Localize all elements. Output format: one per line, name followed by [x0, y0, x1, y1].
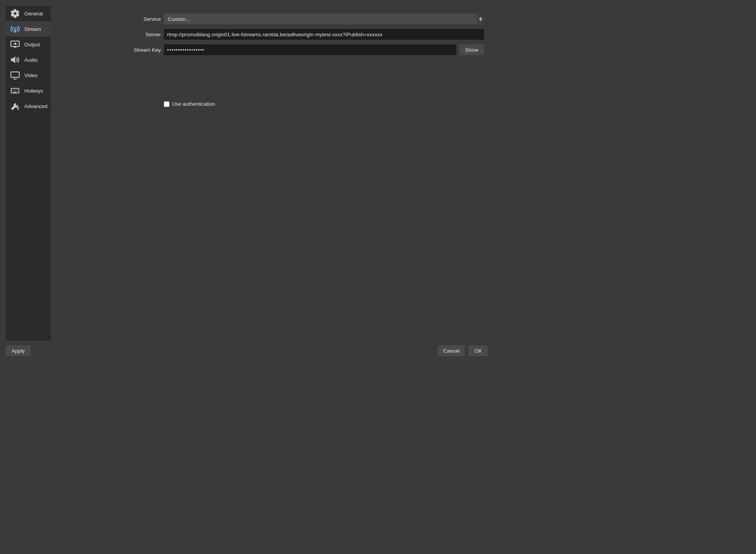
gear-icon: [10, 8, 20, 19]
monitor-icon: [10, 70, 20, 81]
show-button[interactable]: Show: [459, 44, 484, 55]
sidebar-item-video[interactable]: Video: [6, 68, 51, 83]
server-label: Server: [51, 32, 161, 37]
streamkey-input[interactable]: [164, 44, 456, 55]
dialog-footer: Apply Cancel OK: [0, 341, 494, 362]
server-input[interactable]: [164, 29, 484, 40]
service-select[interactable]: Custom...: [164, 14, 484, 24]
sidebar-item-advanced[interactable]: Advanced: [6, 98, 51, 114]
use-auth-label: Use authentication: [172, 101, 215, 107]
settings-content: Service Custom... Server Stream Key Show: [51, 6, 488, 341]
keyboard-icon: [10, 85, 20, 96]
sidebar-item-output[interactable]: Output: [6, 37, 51, 52]
service-select-value: Custom...: [168, 16, 190, 22]
service-label: Service: [51, 16, 161, 22]
sidebar-item-label: Advanced: [24, 103, 47, 109]
streamkey-label: Stream Key: [51, 47, 161, 53]
sidebar-item-label: Stream: [24, 26, 41, 32]
sidebar-item-general[interactable]: General: [6, 6, 51, 21]
sidebar-item-hotkeys[interactable]: Hotkeys: [6, 83, 51, 98]
svg-rect-2: [11, 72, 19, 77]
spacer: [51, 60, 484, 96]
sidebar-item-label: Output: [24, 42, 40, 47]
sidebar-item-stream[interactable]: Stream: [6, 21, 51, 37]
sidebar-item-audio[interactable]: Audio: [6, 52, 51, 68]
speaker-icon: [10, 54, 20, 65]
ok-button[interactable]: OK: [469, 345, 488, 356]
sidebar-item-label: Audio: [24, 57, 38, 63]
sidebar-item-label: Video: [24, 73, 37, 78]
apply-button[interactable]: Apply: [6, 345, 30, 356]
cancel-button[interactable]: Cancel: [438, 345, 465, 356]
output-icon: [10, 39, 20, 50]
tools-icon: [10, 101, 20, 111]
use-auth-checkbox[interactable]: [164, 101, 169, 107]
antenna-icon: [10, 24, 20, 34]
updown-icon: [477, 14, 484, 24]
sidebar-item-label: Hotkeys: [24, 88, 43, 94]
sidebar-item-label: General: [24, 11, 43, 17]
settings-sidebar: General Stream: [6, 6, 51, 341]
